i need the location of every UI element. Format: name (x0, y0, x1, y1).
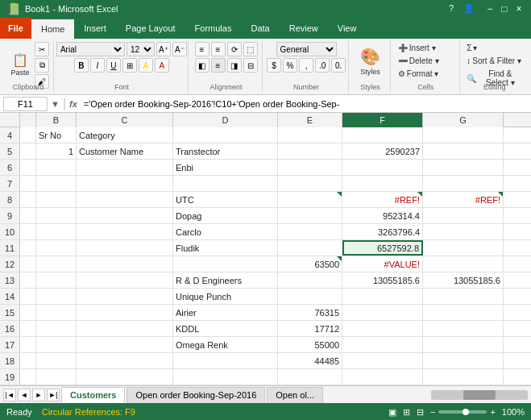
formula-input[interactable] (81, 99, 528, 109)
tab-view[interactable]: View (328, 18, 367, 39)
tab-insert[interactable]: Insert (74, 18, 116, 39)
cell-f10[interactable]: 3263796.4 (342, 224, 423, 239)
col-header-f[interactable]: F (342, 113, 423, 127)
cell-d9[interactable]: Dopag (173, 208, 278, 223)
cell-e5[interactable] (278, 143, 342, 159)
cell-g17[interactable] (423, 337, 504, 352)
fill-color-button[interactable]: A (139, 58, 153, 73)
cell-b9[interactable] (36, 208, 77, 223)
cell-d10[interactable]: Carclo (173, 224, 278, 239)
autosum-button[interactable]: Σ ▾ (464, 42, 525, 54)
cell-a14[interactable] (20, 289, 36, 304)
help-icon[interactable]: ? (449, 3, 454, 15)
cell-d12[interactable] (173, 256, 278, 272)
cell-g14[interactable] (423, 289, 504, 304)
zoom-in-button[interactable]: + (490, 407, 495, 417)
cell-e13[interactable] (278, 272, 342, 288)
cell-f13[interactable]: 13055185.6 (342, 272, 423, 288)
col-header-b[interactable]: B (36, 113, 77, 127)
styles-button[interactable]: 🎨 Styles (356, 44, 384, 78)
cell-d7[interactable] (173, 176, 278, 191)
sheet-nav-next[interactable]: ► (32, 389, 45, 401)
cell-f19[interactable] (342, 369, 423, 385)
cell-d19[interactable] (173, 369, 278, 385)
insert-cells-button[interactable]: ➕ Insert ▾ (396, 42, 456, 54)
cell-f9[interactable]: 952314.4 (342, 208, 423, 223)
currency-button[interactable]: $ (267, 58, 281, 73)
cell-a5[interactable] (20, 143, 36, 159)
paste-button[interactable]: 📋 Paste (6, 52, 33, 79)
sheet-nav-first[interactable]: |◄ (3, 389, 16, 401)
cell-c18[interactable] (77, 353, 173, 368)
cell-e7[interactable] (278, 176, 342, 191)
file-tab[interactable]: File (0, 18, 31, 39)
zoom-thumb[interactable] (463, 409, 469, 415)
cell-a4[interactable] (20, 127, 36, 143)
increase-font-button[interactable]: A⁺ (156, 42, 171, 56)
fx-icon[interactable]: fx (69, 99, 77, 109)
cell-c10[interactable] (77, 224, 173, 239)
cell-a7[interactable] (20, 176, 36, 191)
cell-g6[interactable] (423, 160, 504, 175)
cell-b17[interactable] (36, 337, 77, 352)
cell-c6[interactable] (77, 160, 173, 175)
cell-f5[interactable]: 2590237 (342, 143, 423, 159)
cell-e16[interactable]: 17712 (278, 321, 342, 336)
cell-c19[interactable] (77, 369, 173, 385)
comma-button[interactable]: , (299, 58, 313, 73)
view-layout-icon[interactable]: ⊞ (403, 407, 410, 418)
align-center-button[interactable]: ≡ (211, 58, 226, 73)
cell-d15[interactable]: Airier (173, 305, 278, 320)
horizontal-scrollbar[interactable] (431, 390, 528, 400)
cell-c17[interactable] (77, 337, 173, 352)
formula-dropdown-icon[interactable]: ▼ (51, 99, 60, 109)
cell-a16[interactable] (20, 321, 36, 336)
cell-a11[interactable] (20, 240, 36, 256)
cell-f11[interactable]: 6527592.8 (342, 240, 423, 256)
format-cells-button[interactable]: ⚙ Format ▾ (396, 68, 456, 80)
cell-g18[interactable] (423, 353, 504, 368)
cell-a13[interactable] (20, 272, 36, 288)
cell-g10[interactable] (423, 224, 504, 239)
italic-button[interactable]: I (90, 58, 105, 73)
cell-b19[interactable] (36, 369, 77, 385)
cell-d14[interactable]: Unique Punch (173, 289, 278, 304)
cell-e8[interactable] (278, 192, 342, 207)
font-color-button[interactable]: A (155, 58, 169, 73)
cell-e12[interactable]: 63500 (278, 256, 342, 272)
minimize-button[interactable]: − (484, 3, 496, 15)
cell-a10[interactable] (20, 224, 36, 239)
sheet-tab-open-order[interactable]: Open order Booking-Sep-2016 (127, 387, 265, 403)
cell-b8[interactable] (36, 192, 77, 207)
zoom-out-button[interactable]: − (430, 407, 435, 417)
cell-b18[interactable] (36, 353, 77, 368)
font-family-select[interactable]: Arial (56, 42, 125, 56)
cell-b11[interactable] (36, 240, 77, 256)
col-header-e[interactable]: E (278, 113, 342, 127)
sheet-nav-last[interactable]: ►| (47, 389, 60, 401)
cell-d11[interactable]: Fludik (173, 240, 278, 256)
cell-f8[interactable]: #REF! (342, 192, 423, 207)
view-pagebreak-icon[interactable]: ⊟ (417, 407, 424, 418)
cell-c14[interactable] (77, 289, 173, 304)
cell-f6[interactable] (342, 160, 423, 175)
decrease-font-button[interactable]: A⁻ (172, 42, 187, 56)
cell-f4[interactable] (342, 127, 423, 143)
cell-b16[interactable] (36, 321, 77, 336)
cell-g11[interactable] (423, 240, 504, 256)
cell-d16[interactable]: KDDL (173, 321, 278, 336)
cell-e9[interactable] (278, 208, 342, 223)
decrease-decimal-button[interactable]: 0. (331, 58, 346, 73)
cell-e19[interactable] (278, 369, 342, 385)
cell-g8[interactable]: #REF! (423, 192, 504, 207)
cell-b5[interactable]: 1 (36, 143, 77, 159)
cell-d4[interactable] (173, 127, 278, 143)
col-header-c[interactable]: C (77, 113, 173, 127)
cell-d13[interactable]: R & D Engineers (173, 272, 278, 288)
cell-g7[interactable] (423, 176, 504, 191)
tab-home[interactable]: Home (31, 18, 74, 39)
cell-a8[interactable] (20, 192, 36, 207)
cell-b6[interactable] (36, 160, 77, 175)
border-button[interactable]: ⊞ (122, 58, 137, 73)
cell-g15[interactable] (423, 305, 504, 320)
